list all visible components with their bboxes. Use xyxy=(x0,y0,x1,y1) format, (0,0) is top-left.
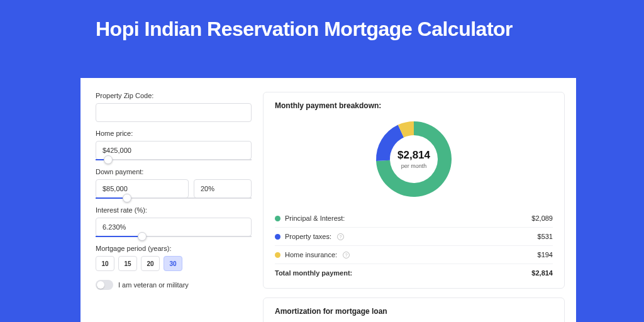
veteran-toggle[interactable] xyxy=(96,280,113,290)
period-btn-10[interactable]: 10 xyxy=(96,256,114,271)
breakdown-item-label: Principal & Interest: xyxy=(285,214,345,222)
price-slider-thumb[interactable] xyxy=(104,155,113,164)
total-amount: $2,814 xyxy=(531,269,553,277)
breakdown-line: Home insurance:?$194 xyxy=(275,245,553,264)
breakdown-card: Monthly payment breakdown: $2,814 per mo… xyxy=(263,92,565,289)
rate-slider[interactable] xyxy=(96,236,252,237)
breakdown-item-amount: $2,089 xyxy=(531,214,553,222)
zip-input[interactable] xyxy=(96,103,252,122)
donut-chart-wrap: $2,814 per month xyxy=(275,116,553,209)
legend-dot xyxy=(275,234,280,240)
amortization-title: Amortization for mortgage loan xyxy=(275,307,553,316)
price-input[interactable] xyxy=(96,141,252,160)
breakdown-line-label: Principal & Interest: xyxy=(275,214,345,222)
breakdown-lines: Principal & Interest:$2,089Property taxe… xyxy=(275,209,553,264)
rate-field: Interest rate (%): xyxy=(96,206,252,237)
price-label: Home price: xyxy=(96,130,252,137)
total-label: Total monthly payment: xyxy=(275,269,352,277)
total-line: Total monthly payment: $2,814 xyxy=(275,264,553,282)
breakdown-item-amount: $531 xyxy=(538,233,553,240)
breakdown-line: Property taxes:?$531 xyxy=(275,227,553,245)
breakdown-title: Monthly payment breakdown: xyxy=(275,101,553,110)
rate-slider-thumb[interactable] xyxy=(138,232,147,241)
zip-label: Property Zip Code: xyxy=(96,92,252,99)
down-amount-input[interactable] xyxy=(96,179,189,198)
down-label: Down payment: xyxy=(96,168,252,175)
down-slider-thumb[interactable] xyxy=(123,194,131,203)
breakdown-line-label: Property taxes:? xyxy=(275,233,344,240)
down-percent-input[interactable] xyxy=(194,179,252,198)
donut-chart: $2,814 per month xyxy=(374,119,454,199)
rate-input[interactable] xyxy=(96,218,252,236)
period-btn-30[interactable]: 30 xyxy=(164,256,182,271)
period-btn-20[interactable]: 20 xyxy=(141,256,160,271)
veteran-label: I am veteran or military xyxy=(118,281,189,289)
donut-amount: $2,814 xyxy=(397,149,430,162)
veteran-row: I am veteran or military xyxy=(96,280,252,290)
breakdown-item-label: Property taxes: xyxy=(285,233,331,240)
results-panel: Monthly payment breakdown: $2,814 per mo… xyxy=(263,92,565,322)
down-field: Down payment: xyxy=(96,168,252,199)
period-label: Mortgage period (years): xyxy=(96,245,252,252)
breakdown-line-label: Home insurance:? xyxy=(275,251,350,258)
zip-field: Property Zip Code: xyxy=(96,92,252,122)
rate-label: Interest rate (%): xyxy=(96,206,252,214)
calculator-card: Property Zip Code: Home price: Down paym… xyxy=(80,78,576,322)
legend-dot xyxy=(275,252,280,258)
price-slider[interactable] xyxy=(96,159,252,160)
period-button-group: 10152030 xyxy=(96,256,252,271)
info-icon[interactable]: ? xyxy=(343,252,350,258)
legend-dot xyxy=(275,216,280,221)
form-panel: Property Zip Code: Home price: Down paym… xyxy=(96,92,252,322)
period-btn-15[interactable]: 15 xyxy=(118,256,137,271)
info-icon[interactable]: ? xyxy=(337,233,344,240)
page-title: Hopi Indian Reservation Mortgage Calcula… xyxy=(0,0,644,52)
breakdown-line: Principal & Interest:$2,089 xyxy=(275,209,553,227)
donut-sub: per month xyxy=(401,163,427,169)
price-field: Home price: xyxy=(96,130,252,160)
donut-center: $2,814 per month xyxy=(374,119,454,199)
breakdown-item-label: Home insurance: xyxy=(285,251,337,258)
breakdown-item-amount: $194 xyxy=(538,251,553,258)
period-field: Mortgage period (years): 10152030 xyxy=(96,245,252,271)
down-slider[interactable] xyxy=(96,197,252,199)
amortization-card: Amortization for mortgage loan Amortizat… xyxy=(263,297,565,322)
